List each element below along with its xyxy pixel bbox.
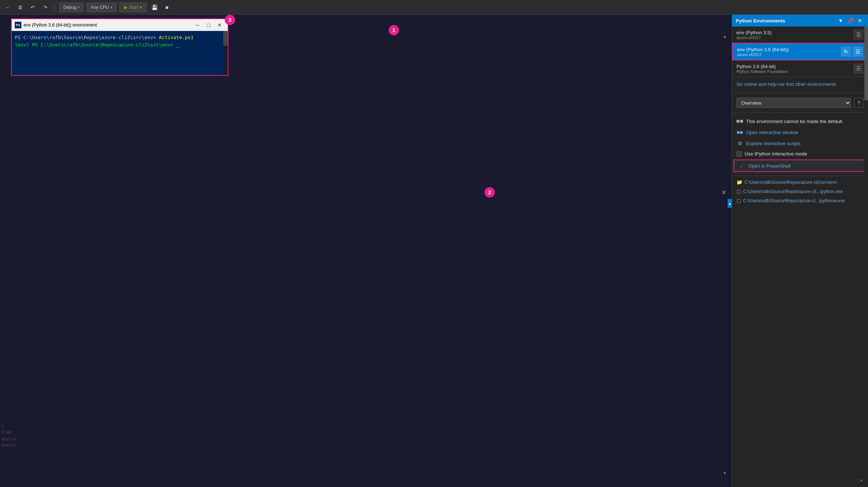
- start-button[interactable]: ▶ Start ▾: [119, 3, 147, 12]
- panel-scroll-down-icon[interactable]: ▼: [859, 478, 864, 483]
- environment-list: env (Python 3.5) azure-cli2017 ☰ env (Py…: [732, 27, 868, 77]
- powershell-label: Open in PowerShell: [748, 163, 791, 169]
- undo-icon[interactable]: ↶: [28, 3, 38, 12]
- cannot-default-icon: ■■: [736, 118, 743, 125]
- panel-title: Python Environments: [736, 18, 833, 24]
- panel-pin-button[interactable]: 📌: [846, 16, 855, 25]
- terminal-body[interactable]: PS C:\Users\rafb\Source\Repos\azure-cli2…: [12, 31, 228, 75]
- terminal-line-1: PS C:\Users\rafb\Source\Repos\azure-cli2…: [15, 34, 225, 41]
- scroll-down-icon[interactable]: ▼: [722, 470, 727, 476]
- open-powershell-item[interactable]: ☄ Open in PowerShell: [734, 160, 867, 172]
- path-item-2[interactable]: ▢ C:\Users\rafb\Source\Repos\azure-cli..…: [732, 187, 868, 196]
- env-35-settings-button[interactable]: ☰: [853, 29, 864, 40]
- bottom-left-text: t from enviro enviro: [0, 421, 15, 450]
- toolbar: ← 🗎 ↶ ↷ Debug ▾ Any CPU ▾ ▶ Start ▾ 💾 ■: [0, 0, 868, 15]
- right-panel-scrollbar[interactable]: [864, 27, 868, 487]
- overview-select[interactable]: Overview: [736, 98, 851, 108]
- env-36-refresh-button[interactable]: ↻: [841, 46, 851, 57]
- explore-scripts-label: Explore interactive scripts: [746, 141, 801, 146]
- help-button[interactable]: ?: [854, 98, 864, 108]
- use-ipython-label: Use IPython interactive mode: [745, 151, 807, 157]
- path-item-1[interactable]: 📁 C:\Users\rafb\Source\Repos\azure-cli2\…: [732, 178, 868, 187]
- terminal-controls: ─ □ ✕: [192, 21, 225, 29]
- panel-header: Python Environments ▼ 📌 ✕: [732, 15, 868, 27]
- open-interactive-window-item[interactable]: ■■ Open interactive window: [732, 127, 868, 138]
- terminal-line-2: (env) PS C:\Users\rafb\Source\Repos\azur…: [15, 41, 225, 49]
- panel-dropdown-button[interactable]: ▼: [836, 16, 845, 25]
- env-35-sub: azure-cli2017: [736, 35, 771, 40]
- terminal-minimize-button[interactable]: ─: [192, 21, 203, 29]
- env-36-name: env (Python 3.6 (64-bit)): [737, 47, 789, 52]
- file-paths: 📁 C:\Users\rafb\Source\Repos\azure-cli2\…: [732, 178, 868, 205]
- center-close-button[interactable]: ✕: [719, 188, 728, 197]
- redo-icon[interactable]: ↷: [41, 3, 50, 12]
- explore-scripts-icon: ⚙: [736, 140, 743, 147]
- terminal-window: PS env (Python 3.6 (64-bit)) environment…: [11, 18, 228, 76]
- ipython-checkbox[interactable]: [736, 151, 742, 157]
- folder-icon-3: ▢: [736, 198, 741, 203]
- cannot-default-item: ■■ This environment cannot be made the d…: [732, 116, 868, 127]
- path-text-3: C:\Users\rafb\Source\Repos\azure-cl...\p…: [743, 198, 845, 203]
- scroll-up-icon[interactable]: ▲: [722, 33, 727, 39]
- cannot-default-text: This environment cannot be made the defa…: [746, 119, 844, 124]
- toolbar-icon1[interactable]: 💾: [150, 3, 159, 12]
- env-item-python35[interactable]: env (Python 3.5) azure-cli2017 ☰: [732, 27, 868, 43]
- folder-icon-2: ▢: [736, 189, 741, 194]
- env-35-name: env (Python 3.5): [736, 30, 771, 35]
- path-item-3[interactable]: ▢ C:\Users\rafb\Source\Repos\azure-cl...…: [732, 196, 868, 205]
- divider-1: [732, 93, 868, 93]
- debug-dropdown[interactable]: Debug ▾: [59, 3, 84, 12]
- terminal-title-icon: PS: [15, 22, 21, 28]
- divider-3: [732, 176, 868, 176]
- collapse-arrow[interactable]: ▲: [728, 199, 732, 208]
- back-icon[interactable]: ←: [3, 3, 13, 12]
- cpu-dropdown[interactable]: Any CPU ▾: [87, 3, 116, 12]
- terminal-maximize-button[interactable]: □: [203, 21, 214, 29]
- path-text-2: C:\Users\rafb\Source\Repos\azure-cli...\…: [743, 189, 843, 194]
- folder-icon-1: 📁: [736, 179, 742, 185]
- env-36-buttons: ↻ ☰: [841, 46, 863, 57]
- explore-scripts-item[interactable]: ⚙ Explore interactive scripts: [732, 138, 868, 149]
- actions-list: ■■ This environment cannot be made the d…: [732, 114, 868, 174]
- panel-close-button[interactable]: ✕: [855, 16, 864, 25]
- open-interactive-icon: ■■: [736, 129, 743, 136]
- python36-sub: Python Software Foundation: [736, 69, 788, 74]
- use-ipython-item[interactable]: Use IPython interactive mode: [732, 149, 868, 159]
- online-environments-link[interactable]: Go online and help me find other environ…: [732, 77, 868, 91]
- nav-icon[interactable]: 🗎: [15, 3, 25, 12]
- env-item-python36-standalone[interactable]: Python 3.6 (64-bit) Python Software Foun…: [732, 60, 868, 77]
- env-36-sub: azure-cli2017: [737, 52, 789, 57]
- main-area: PS env (Python 3.6 (64-bit)) environment…: [0, 15, 868, 487]
- env-36-settings-button[interactable]: ☰: [853, 46, 863, 57]
- path-text-1: C:\Users\rafb\Source\Repos\azure-cli2\sr…: [745, 180, 837, 185]
- terminal-scrollbar[interactable]: [223, 31, 228, 75]
- center-area: PS env (Python 3.6 (64-bit)) environment…: [0, 15, 732, 487]
- python36-name: Python 3.6 (64-bit): [736, 64, 788, 69]
- terminal-close-button[interactable]: ✕: [214, 21, 225, 29]
- env-35-buttons: ☰: [853, 29, 864, 40]
- divider-2: [732, 112, 868, 113]
- terminal-title-text: env (Python 3.6 (64-bit)) environment: [24, 22, 190, 28]
- python-environments-panel: Python Environments ▼ 📌 ✕ env (Python 3.…: [732, 15, 868, 487]
- env-item-python36[interactable]: env (Python 3.6 (64-bit)) azure-cli2017 …: [732, 43, 868, 60]
- powershell-icon: ☄: [739, 162, 745, 169]
- toolbar-icon2[interactable]: ■: [162, 3, 172, 12]
- open-interactive-label: Open interactive window: [746, 130, 798, 135]
- panel-header-buttons: ▼ 📌 ✕: [836, 16, 864, 25]
- overview-area: Overview ?: [732, 95, 868, 111]
- terminal-titlebar: PS env (Python 3.6 (64-bit)) environment…: [12, 19, 228, 31]
- python36-settings-button[interactable]: ☰: [853, 63, 864, 74]
